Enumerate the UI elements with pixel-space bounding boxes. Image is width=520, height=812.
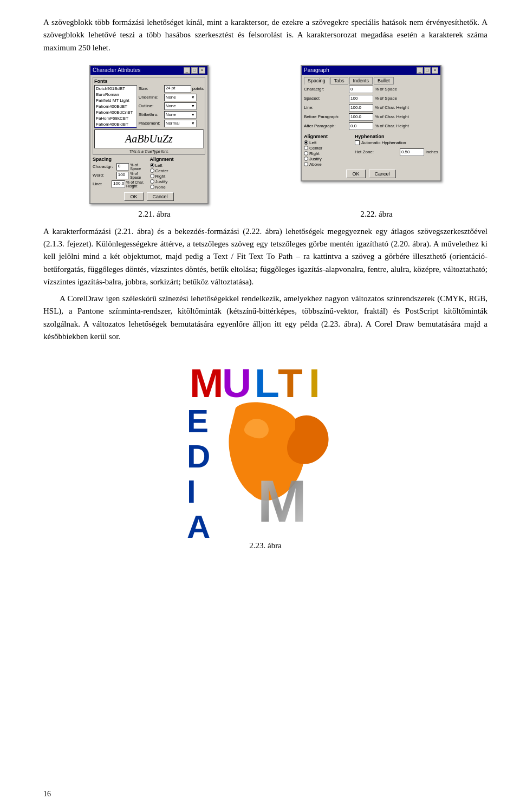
line-input[interactable]: 100.0 (112, 180, 125, 188)
char-input[interactable]: 0 (116, 163, 129, 171)
outline-dropdown[interactable]: None ▼ (164, 102, 197, 110)
size-unit: points (192, 86, 204, 91)
para-align-hyph: Alignment Left Center Right (304, 132, 438, 167)
line-label: Line: (93, 181, 110, 186)
word-spacing-row: Word: 100 % of Space (93, 172, 148, 179)
char-unit: % of Space (130, 163, 148, 171)
strikethru-arrow: ▼ (191, 113, 195, 116)
strikethru-dropdown[interactable]: None ▼ (164, 111, 197, 119)
dialog-title-para-text: Paragraph (304, 67, 329, 73)
media-letters-svg: E D I A (187, 397, 222, 538)
align-justify-row: Justify (150, 179, 206, 184)
para-alignment-section: Alignment Left Center Right (304, 132, 352, 167)
para-line-input[interactable]: 100.0 (349, 104, 373, 112)
align-right-radio[interactable] (150, 174, 154, 178)
hot-zone-input[interactable]: 0.50 (400, 148, 424, 156)
para-close-icon[interactable]: × (432, 67, 438, 74)
align-left-label: Left (155, 163, 162, 168)
svg-text:I: I (309, 360, 320, 402)
character-ok-button[interactable]: OK (124, 192, 143, 201)
font-item[interactable]: FaHomF68kCBT (95, 115, 136, 121)
outline-label: Outline: (139, 103, 163, 108)
preview-text: AaBbUuZz (125, 133, 173, 145)
font-item[interactable]: Fairfield MT Light (95, 98, 136, 103)
align-none-radio[interactable] (150, 185, 154, 189)
close-icon[interactable]: × (199, 67, 205, 74)
para-align-right-radio[interactable] (304, 151, 308, 155)
align-justify-radio[interactable] (150, 179, 154, 184)
para-align-center-radio[interactable] (304, 146, 308, 150)
placement-label: Placement: (139, 121, 163, 126)
font-list[interactable]: Dutch901BdBT EuroRoman Fairfield MT Ligh… (94, 85, 137, 128)
tab-bullet[interactable]: Bullet (374, 77, 394, 85)
line-unit: % of Char. Height (126, 180, 148, 188)
para-cancel-button[interactable]: Cancel (369, 170, 396, 178)
para-before-label: Before Paragraph: (304, 114, 347, 119)
para-after-input[interactable]: 0.0 (349, 122, 373, 130)
char-label: Charactgr: (93, 164, 115, 169)
figure-21-box: Character Attributes _ □ × Fonts Dutch90… (89, 65, 209, 204)
tab-spacing[interactable]: Spacing (304, 77, 329, 85)
auto-hyphen-row: Automatic Hyphenation (355, 140, 438, 145)
para-align-left-row: Left (304, 140, 352, 145)
hot-zone-label: Hot Zone: (355, 150, 398, 154)
word-input[interactable]: 100 (116, 172, 129, 179)
para-align-above-label: Above (309, 162, 322, 167)
para-char-unit: % of Space (375, 87, 397, 92)
para-align-left-label: Left (309, 140, 316, 145)
para-align-center-label: Center (309, 146, 322, 151)
hot-zone-unit: inches (426, 150, 438, 154)
placement-row: Placement: Normal ▼ (139, 120, 204, 127)
captions-row: 2.21. ábra 2.22. ábra (43, 210, 487, 219)
font-item[interactable]: Fahom400BldBT (95, 121, 136, 127)
para-align-left-radio[interactable] (304, 140, 308, 145)
para-char-label: Charactgr: (304, 87, 347, 92)
alignment-section: Alignment Left Center Right (150, 157, 206, 190)
align-none-row: None (150, 185, 206, 190)
font-item[interactable]: Fahom400BdCnBT (95, 109, 136, 115)
para-align-above-radio[interactable] (304, 162, 308, 166)
para-align-center-row: Center (304, 146, 352, 151)
font-item[interactable]: Fahom400BdBT (95, 103, 136, 109)
tab-indents[interactable]: Indents (349, 77, 373, 85)
para-maximize-icon[interactable]: □ (424, 67, 431, 74)
fonts-label: Fonts (94, 79, 204, 84)
font-item[interactable]: EuroRoman (95, 92, 136, 98)
auto-hyphen-checkbox[interactable] (355, 140, 360, 145)
character-cancel-button[interactable]: Cancel (147, 192, 174, 201)
maximize-icon[interactable]: □ (191, 67, 198, 74)
align-left-row: Left (150, 163, 206, 168)
size-input[interactable]: 24 pt (164, 85, 191, 93)
svg-text:T: T (278, 360, 303, 402)
figure-22-box: Paragraph _ □ × Spacing Tabs Indents Bul… (301, 65, 441, 181)
align-center-label: Center (155, 168, 168, 173)
para-hyphenation-label: Hyphenation (355, 134, 438, 139)
para-spaced-input[interactable]: 100 (349, 95, 373, 102)
underline-label: Underline: (139, 95, 163, 100)
placement-arrow: ▼ (191, 121, 195, 125)
align-center-radio[interactable] (150, 168, 154, 173)
para-align-justify-radio[interactable] (304, 157, 308, 161)
minimize-icon[interactable]: _ (184, 67, 190, 74)
paragraph-2: A karakterformázási (2.21. ábra) és a be… (43, 225, 487, 288)
tab-tabs[interactable]: Tabs (330, 77, 348, 85)
para-hyphenation-section: Hyphenation Automatic Hyphenation Hot Zo… (355, 132, 438, 167)
preview-box: AaBbUuZz (94, 129, 204, 148)
svg-text:I: I (187, 473, 196, 510)
underline-arrow: ▼ (191, 95, 195, 99)
font-item-selected[interactable]: GalliardBT (95, 127, 136, 128)
underline-value: None (166, 95, 176, 100)
font-item[interactable]: Dutch901BdBT (95, 86, 136, 92)
para-minimize-icon[interactable]: _ (417, 67, 423, 74)
underline-dropdown[interactable]: None ▼ (164, 94, 197, 101)
align-left-radio[interactable] (150, 163, 154, 167)
media-row: E D I A M (187, 397, 344, 538)
para-before-input[interactable]: 100.0 (349, 113, 373, 121)
para-before-row: Before Paragraph: 100.0 % of Char. Heigh… (304, 113, 438, 121)
para-ok-button[interactable]: OK (346, 170, 365, 178)
para-char-input[interactable]: 0 (349, 86, 373, 93)
svg-text:M: M (257, 467, 307, 534)
para-spaced-label: Spaced: (304, 96, 347, 101)
placement-dropdown[interactable]: Normal ▼ (164, 120, 197, 127)
svg-text:M: M (190, 360, 223, 402)
